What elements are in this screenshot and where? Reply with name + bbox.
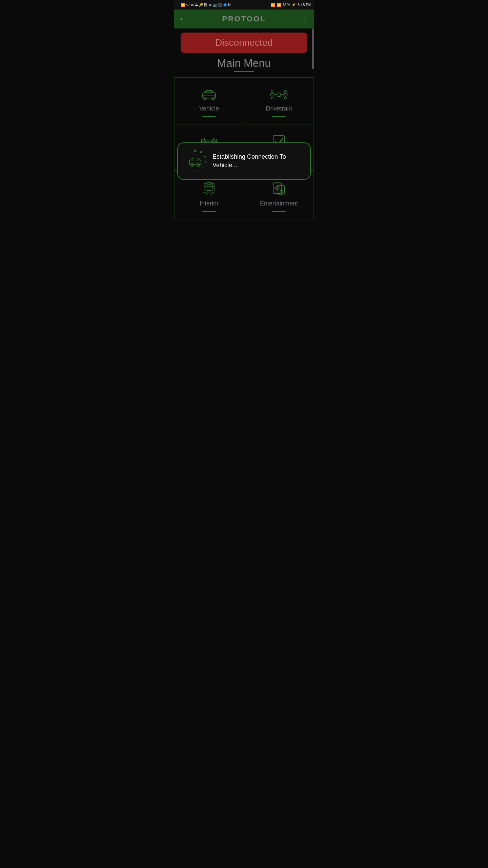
monitor2-icon: 📺 — [213, 3, 217, 7]
svg-point-11 — [284, 90, 286, 92]
drivetrain-underline — [272, 116, 286, 117]
scrollbar[interactable] — [312, 28, 314, 69]
svg-point-37 — [204, 156, 206, 158]
svg-point-44 — [185, 158, 186, 159]
signal-icon: 📶 — [277, 3, 281, 7]
modal-message: Establishing Connection To Vehicle... — [212, 153, 305, 170]
svg-rect-7 — [277, 93, 281, 96]
spinner-dots-icon — [183, 149, 207, 173]
connection-modal: Establishing Connection To Vehicle... — [177, 142, 311, 180]
menu-item-drivetrain[interactable]: Drivetrain — [244, 78, 314, 124]
vehicle-label: Vehicle — [199, 105, 219, 112]
svg-point-45 — [188, 154, 189, 155]
back-button[interactable]: ← — [179, 15, 187, 23]
status-bar-left: ··· 📶 🛡 ✉ 🌤 🔑 🖼 🖥 📺 ⬛ 🔷 N — [177, 3, 230, 7]
notification-dots-icon: ··· — [177, 3, 180, 7]
svg-rect-5 — [270, 93, 274, 96]
svg-point-36 — [200, 151, 202, 153]
svg-point-39 — [202, 167, 203, 168]
svg-point-12 — [271, 97, 273, 99]
interior-icon — [200, 180, 218, 197]
entertainment-underline — [272, 211, 286, 212]
photos-icon: 🖼 — [204, 3, 207, 7]
svg-point-35 — [194, 150, 196, 152]
entertainment-icon — [270, 180, 288, 197]
spinner-container — [183, 149, 207, 173]
svg-point-48 — [191, 164, 194, 166]
app-title: PROTOOL — [222, 15, 266, 23]
battery-label: 81% — [283, 3, 290, 7]
menu-item-vehicle[interactable]: Vehicle — [174, 78, 244, 124]
svg-point-42 — [187, 168, 188, 169]
main-menu-title: Main Menu — [174, 57, 314, 70]
svg-point-46 — [192, 151, 192, 152]
svg-point-43 — [185, 164, 186, 165]
wifi-icon: 📶 — [270, 3, 275, 7]
weather-icon: 🌤 — [195, 3, 198, 7]
title-underline — [234, 71, 254, 72]
flipboard-icon: ⬛ — [218, 3, 222, 7]
drivetrain-icon — [270, 87, 288, 102]
nfc-icon: N — [228, 3, 230, 7]
disconnected-banner[interactable]: Disconnected — [181, 33, 307, 53]
gmail-icon: ✉ — [191, 3, 194, 7]
charging-icon: ⚡ — [291, 3, 296, 7]
wifi-shield-icon: 📶 — [181, 3, 185, 7]
key-icon: 🔑 — [199, 3, 203, 7]
menu-button[interactable]: ⋮ — [301, 15, 309, 23]
monitor-icon: 🖥 — [208, 3, 212, 7]
vehicle-underline — [202, 116, 216, 117]
car-icon — [200, 87, 218, 102]
status-bar-right: 📶 📶 81% ⚡ 6:48 PM — [270, 3, 311, 7]
interior-label: Interior — [200, 200, 219, 207]
svg-point-49 — [197, 164, 200, 166]
svg-point-38 — [205, 161, 207, 163]
app-header: ← PROTOOL ⋮ — [174, 9, 314, 28]
status-bar: ··· 📶 🛡 ✉ 🌤 🔑 🖼 🖥 📺 ⬛ 🔷 N 📶 📶 81% ⚡ 6:48… — [174, 0, 314, 9]
entertainment-label: Entertainment — [260, 200, 298, 207]
disconnected-label: Disconnected — [215, 37, 273, 48]
svg-rect-6 — [284, 93, 287, 96]
bluetooth-icon: 🔷 — [223, 3, 227, 7]
svg-point-13 — [284, 97, 286, 99]
svg-point-10 — [271, 90, 273, 92]
svg-point-41 — [192, 171, 193, 172]
time-label: 6:48 PM — [298, 3, 311, 7]
drivetrain-label: Drivetrain — [266, 105, 292, 112]
svg-point-40 — [197, 170, 199, 171]
interior-underline — [202, 211, 216, 212]
shield-icon: 🛡 — [186, 3, 190, 7]
